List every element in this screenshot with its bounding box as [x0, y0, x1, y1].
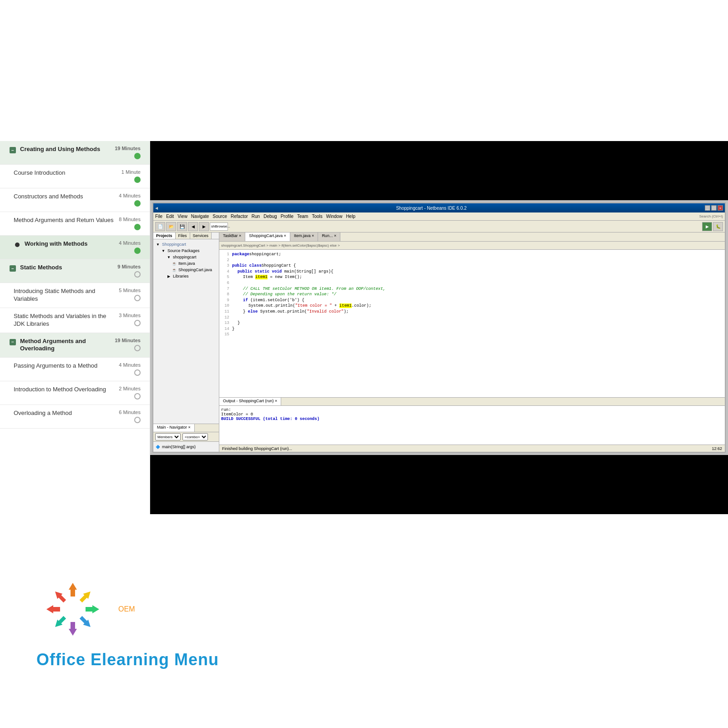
- toolbar-btn-new[interactable]: 📄: [155, 222, 165, 231]
- nb-body: Projects Files Services ▼ Shoppingcart: [153, 233, 725, 452]
- toolbar-btn-forward[interactable]: ▶: [199, 222, 209, 231]
- item-left: Introduction to Method Overloading: [14, 386, 115, 394]
- code-line-7: 7 // CALL THE setColor METHOD ON item1. …: [221, 286, 723, 292]
- nb-output-content: run: ItemColor = 0 BUILD SUCCESSFUL (tot…: [219, 406, 725, 445]
- tree-item-shoppingcart-pkg[interactable]: ▼ shoppingcart: [155, 254, 217, 260]
- nb-editor-tabs: TaskBar × ShoppingCart.java × Item.java …: [219, 233, 725, 242]
- tree-item-label: Shoppingcart: [162, 242, 186, 247]
- tab-run[interactable]: Run... ×: [318, 233, 340, 241]
- code-line-15: 15: [221, 332, 723, 338]
- output-line-run: run:: [221, 408, 723, 412]
- code-line-3: 3 public class ShoppingCart {: [221, 263, 723, 269]
- code-line-2: 2: [221, 258, 723, 263]
- menu-debug[interactable]: Debug: [263, 214, 277, 219]
- sidebar-item-creating-using-methods[interactable]: − Creating and Using Methods 19 Minutes: [0, 141, 150, 165]
- nav-members-dropdown[interactable]: Members: [155, 433, 181, 440]
- tab-output[interactable]: Output - ShoppingCart (run) ×: [219, 398, 281, 405]
- toolbar-btn-back[interactable]: ◀: [188, 222, 198, 231]
- menu-run[interactable]: Run: [252, 214, 260, 219]
- menu-profile[interactable]: Profile: [281, 214, 293, 219]
- menu-file[interactable]: File: [155, 214, 162, 219]
- sidebar-item-method-args-overloading[interactable]: − Method Arguments and Overloading 19 Mi…: [0, 333, 150, 358]
- sub-item-label: Introduction to Method Overloading: [14, 386, 106, 394]
- tree-item-label: ShoppingCart.java: [178, 268, 212, 272]
- section-label: Method Arguments and Overloading: [20, 338, 111, 353]
- sidebar-item-working-with-methods[interactable]: Working with Methods 4 Minutes: [0, 236, 150, 259]
- java-file-icon: ☕: [172, 261, 177, 266]
- tab-shoppingcart[interactable]: ShoppingCart.java ×: [245, 233, 290, 241]
- menu-help[interactable]: Help: [346, 214, 355, 219]
- item-duration: 6 Minutes: [119, 410, 141, 415]
- toolbar-btn-save[interactable]: 💾: [177, 222, 187, 231]
- toolbar-btn-run[interactable]: ▶: [702, 222, 712, 231]
- nb-nav-tabs: Main - Navigator ×: [153, 424, 219, 432]
- item-duration: 4 Minutes: [119, 240, 141, 246]
- oem-brand-text: O E M: [118, 605, 135, 613]
- nav-item-main[interactable]: 🔷 main(String[] args): [155, 444, 217, 450]
- item-duration: 9 Minutes: [117, 264, 141, 269]
- tree-item-shoppingcart[interactable]: ▼ Shoppingcart: [155, 241, 217, 248]
- sidebar-item-static-jdk[interactable]: Static Methods and Variables in the JDK …: [0, 308, 150, 333]
- sidebar-item-intro-overloading[interactable]: Introduction to Method Overloading 2 Min…: [0, 381, 150, 405]
- item-left: − Creating and Using Methods: [9, 146, 111, 154]
- sidebar-item-overloading-method[interactable]: Overloading a Method 6 Minutes: [0, 405, 150, 429]
- tree-item-libraries[interactable]: ▶ Libraries: [155, 273, 217, 279]
- tab-taskbar[interactable]: TaskBar ×: [219, 233, 245, 241]
- item-duration: 3 Minutes: [119, 313, 141, 318]
- menu-tools[interactable]: Tools: [312, 214, 322, 219]
- svg-marker-1: [69, 583, 77, 597]
- menu-window[interactable]: Window: [326, 214, 343, 219]
- menu-source[interactable]: Source: [212, 214, 227, 219]
- sub-item-label: Introducing Static Methods and Variables: [14, 288, 115, 303]
- code-line-13: 13 }: [221, 320, 723, 326]
- sub-item-label: Method Arguments and Return Values: [14, 217, 113, 224]
- nb-minimize-button[interactable]: _: [705, 205, 710, 211]
- nb-code-editor[interactable]: 1 package shoppingcart; 2 3 public class…: [219, 250, 725, 397]
- panel-tab-services[interactable]: Services: [190, 233, 212, 239]
- sub-item-label: Passing Arguments to a Method: [14, 362, 97, 370]
- tab-item[interactable]: Item.java ×: [290, 233, 318, 241]
- toolbar-btn-debug[interactable]: 🐛: [713, 222, 723, 231]
- code-line-6: 6: [221, 280, 723, 286]
- toolbar-btn-open[interactable]: 📂: [166, 222, 176, 231]
- oem-letter-o: O: [118, 605, 124, 613]
- bottom-area: O E M Office Elearning Menu: [0, 514, 728, 728]
- item-right: 4 Minutes: [119, 362, 141, 376]
- sidebar-item-method-arguments[interactable]: Method Arguments and Return Values 8 Min…: [0, 212, 150, 236]
- sidebar-item-introducing-static[interactable]: Introducing Static Methods and Variables…: [0, 283, 150, 308]
- tree-item-item-java[interactable]: ☕ Item.java: [155, 260, 217, 267]
- sidebar-item-course-intro[interactable]: Course Introduction 1 Minute: [0, 165, 150, 188]
- svg-marker-6: [52, 615, 67, 630]
- item-duration: 1 Minute: [121, 169, 141, 175]
- nb-maximize-button[interactable]: □: [711, 205, 717, 211]
- menu-view[interactable]: View: [177, 214, 187, 219]
- nb-close-button[interactable]: ×: [718, 205, 723, 211]
- nav-combo-dropdown[interactable]: <combo>: [182, 433, 208, 440]
- tree-item-source-packages[interactable]: ▼ Source Packages: [155, 248, 217, 254]
- svg-marker-4: [78, 615, 93, 630]
- tree-item-shoppingcart-java[interactable]: ☕ ShoppingCart.java: [155, 267, 217, 273]
- code-line-4: 4 public static void main(String[] args)…: [221, 269, 723, 275]
- panel-tab-projects[interactable]: Projects: [153, 233, 176, 239]
- tree-expand-icon: ▼: [155, 242, 161, 247]
- panel-tab-files[interactable]: Files: [176, 233, 190, 239]
- oem-arrows-logo: [36, 573, 109, 646]
- menu-navigate[interactable]: Navigate: [191, 214, 209, 219]
- nb-left-panel: Projects Files Services ▼ Shoppingcart: [153, 233, 219, 452]
- output-line-build: BUILD SUCCESSFUL (total time: 0 seconds): [221, 417, 723, 421]
- sidebar-item-constructors-methods[interactable]: Constructors and Methods 4 Minutes: [0, 188, 150, 212]
- menu-team[interactable]: Team: [297, 214, 308, 219]
- toolbar-package-input[interactable]: shBrowse...: [210, 222, 228, 231]
- nb-ide-window: ◀ Shoppingcart - Netbeans IDE 6.0.2 _ □ …: [152, 202, 726, 453]
- menu-refactor[interactable]: Refactor: [231, 214, 248, 219]
- nav-tab-navigator[interactable]: Main - Navigator ×: [153, 424, 195, 432]
- nb-right-panel: TaskBar × ShoppingCart.java × Item.java …: [219, 233, 725, 452]
- item-right: 6 Minutes: [119, 410, 141, 423]
- menu-edit[interactable]: Edit: [166, 214, 174, 219]
- indicator-green: [134, 177, 141, 183]
- sub-item-label: Working with Methods: [25, 240, 87, 248]
- indicator-green: [134, 248, 141, 254]
- sidebar-item-passing-args[interactable]: Passing Arguments to a Method 4 Minutes: [0, 358, 150, 381]
- nav-content: 🔷 main(String[] args): [153, 442, 219, 452]
- sidebar-item-static-methods[interactable]: − Static Methods 9 Minutes: [0, 259, 150, 283]
